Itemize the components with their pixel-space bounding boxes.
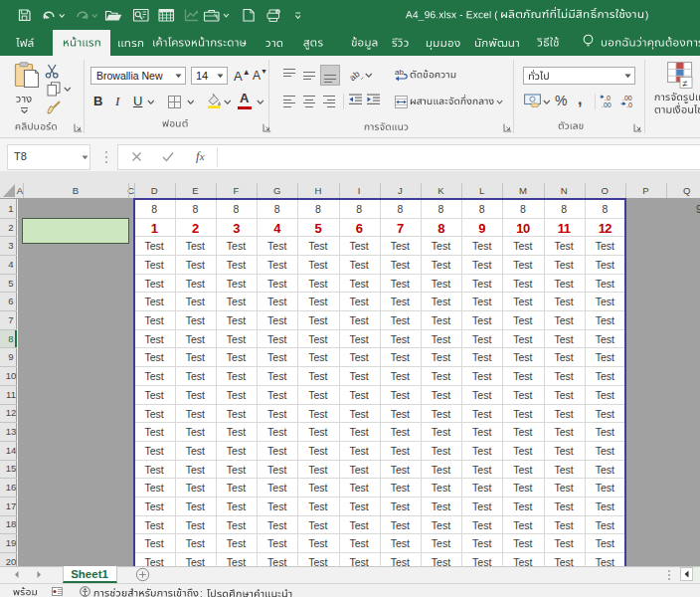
- svg-text:≠: ≠: [683, 79, 688, 89]
- svg-text:.0: .0: [626, 101, 632, 108]
- svg-text:.00: .00: [602, 101, 612, 108]
- svg-text:ab: ab: [395, 68, 404, 77]
- svg-text:.0: .0: [605, 95, 611, 101]
- svg-text:ab: ab: [348, 69, 362, 83]
- svg-text:.00: .00: [622, 95, 632, 101]
